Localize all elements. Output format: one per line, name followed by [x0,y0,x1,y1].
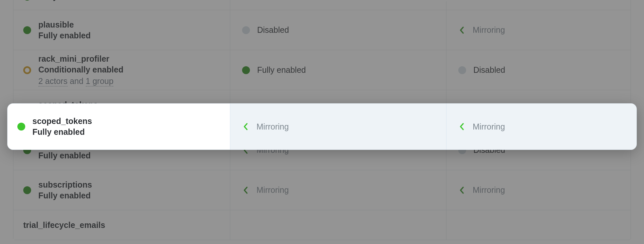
env-status-label: Mirroring [473,185,505,195]
feature-name-cell[interactable]: Fully enabled [13,0,230,10]
feature-name-cell[interactable]: subscriptionsFully enabled [13,170,230,210]
feature-state: Fully enabled [38,151,91,160]
feature-name-cell[interactable]: rack_mini_profilerConditionally enabled2… [13,50,230,90]
env-status-label: Mirroring [473,122,505,132]
env-status-label: Disabled [257,25,289,35]
table-row: trial_lifecycle_emails [13,210,631,240]
env-cell[interactable]: Mirroring [230,104,446,150]
feature-meta: 2 actors and 1 group [38,76,123,86]
status-dot-disabled-icon [458,66,466,74]
feature-state: Conditionally enabled [38,65,123,74]
env-cell[interactable]: Mirroring [446,10,631,50]
table-row: plausibleFully enabledDisabledMirroring [13,10,631,50]
env-status-label: Fully enabled [257,65,306,75]
feature-name-cell[interactable]: trial_lifecycle_emails [13,210,230,240]
status-dot-disabled-icon [242,26,250,34]
actors-link[interactable]: 2 actors [38,76,67,87]
status-dot-enabled-icon [23,186,31,194]
env-cell[interactable] [230,210,446,240]
chevron-left-icon [458,27,465,34]
env-status-label: Mirroring [256,185,289,195]
chevron-left-icon [242,187,249,194]
chevron-left-icon [242,123,249,130]
table-row: scoped_tokensFully enabledMirroringMirro… [8,104,636,150]
env-status-label: Disabled [473,65,505,75]
feature-name: plausible [38,20,91,30]
highlighted-row-container: scoped_tokensFully enabledMirroringMirro… [7,103,637,150]
chevron-left-icon [458,123,465,130]
feature-name-cell[interactable]: plausibleFully enabled [13,10,230,50]
status-ring-conditional-icon [23,66,31,74]
feature-state: Fully enabled [32,127,92,137]
status-dot-enabled-icon [242,66,250,74]
feature-name-cell[interactable]: scoped_tokensFully enabled [8,104,230,150]
env-status-label: Mirroring [256,122,289,132]
env-cell[interactable]: Mirroring [446,104,636,150]
feature-state: Fully enabled [38,191,92,200]
status-dot-enabled-icon [23,0,31,1]
feature-name: trial_lifecycle_emails [23,220,105,230]
feature-state: Fully enabled [38,31,91,40]
feature-name: subscriptions [38,180,92,190]
feature-name: scoped_tokens [32,116,92,126]
table-row: Fully enabled [13,0,631,10]
chevron-left-icon [458,187,465,194]
env-cell[interactable] [230,1,446,10]
env-cell[interactable] [446,210,631,240]
table-row: subscriptionsFully enabledMirroringMirro… [13,170,631,210]
env-cell[interactable]: Mirroring [446,170,631,210]
table-row: rack_mini_profilerConditionally enabled2… [13,50,631,90]
status-dot-enabled-icon [17,123,25,131]
env-cell[interactable]: Disabled [230,10,446,50]
groups-link[interactable]: 1 group [86,76,114,87]
env-status-label: Mirroring [473,25,505,35]
env-cell[interactable]: Mirroring [230,170,446,210]
env-cell[interactable]: Fully enabled [230,50,446,90]
status-dot-enabled-icon [23,26,31,34]
feature-state: Fully enabled [38,0,91,1]
env-cell[interactable]: Disabled [446,50,631,90]
env-cell[interactable] [446,1,631,10]
feature-name: rack_mini_profiler [38,54,123,64]
